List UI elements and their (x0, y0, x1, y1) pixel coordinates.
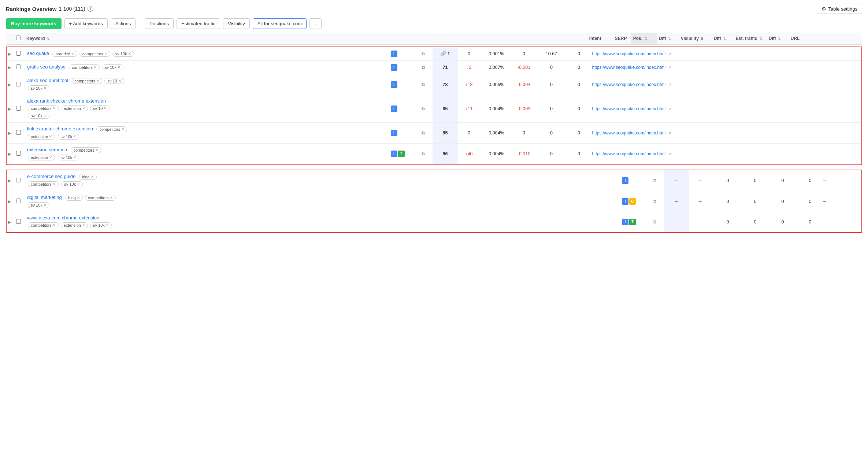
tag[interactable]: sv 10k ✕ (90, 222, 112, 228)
estimated-traffic-filter[interactable]: Estimated traffic (177, 18, 220, 29)
more-options-button[interactable]: ... (309, 18, 322, 29)
tag[interactable]: sv 10k ✕ (112, 51, 134, 57)
tag-remove[interactable]: ✕ (73, 155, 76, 159)
expand-icon[interactable]: ▶ (8, 131, 11, 135)
keyword-link[interactable]: gratis seo analyse (27, 64, 66, 70)
tag-remove[interactable]: ✕ (104, 52, 107, 56)
diff1-col-header[interactable]: Diff ⇅ (657, 33, 679, 45)
tag-remove[interactable]: ✕ (49, 155, 52, 159)
row-checkbox[interactable] (16, 64, 21, 69)
serp-cell[interactable]: ⧉ (414, 60, 433, 74)
select-all-checkbox[interactable] (16, 36, 21, 40)
expand-cell[interactable]: ▶ (7, 191, 15, 212)
tag-remove[interactable]: ✕ (77, 196, 80, 200)
check-cell[interactable] (15, 122, 25, 143)
tag[interactable]: competitors ✕ (96, 126, 127, 132)
tag[interactable]: competitors ✕ (85, 195, 116, 201)
tag-remove[interactable]: ✕ (44, 86, 47, 90)
check-cell[interactable] (15, 47, 25, 61)
tag-remove[interactable]: ✕ (82, 223, 85, 227)
tag-remove[interactable]: ✕ (71, 52, 74, 56)
tag[interactable]: blog ✕ (79, 174, 97, 180)
tag[interactable]: competitors ✕ (69, 64, 100, 70)
visibility-col-header[interactable]: Visibility ⇅ (679, 33, 712, 45)
tag[interactable]: competitors ✕ (71, 147, 101, 153)
keyword-link[interactable]: link extractor chrome extension (27, 126, 93, 132)
url-link[interactable]: https://www.seoquake.com/index.html (592, 65, 666, 70)
tag-remove[interactable]: ✕ (44, 203, 47, 207)
keyword-col-header[interactable]: Keyword ⇅ (24, 33, 587, 45)
tag[interactable]: sv 10k ✕ (58, 155, 79, 160)
check-cell[interactable] (15, 170, 25, 191)
url-link[interactable]: https://www.seoquake.com/index.html (592, 151, 666, 156)
visibility-filter[interactable]: Visibility (223, 18, 250, 29)
tag[interactable]: sv 10 ✕ (90, 105, 110, 111)
keyword-link[interactable]: alexa rank checker chrome extension (27, 98, 106, 104)
tag-remove[interactable]: ✕ (95, 148, 98, 152)
tag[interactable]: competitors ✕ (28, 105, 59, 111)
domain-filter[interactable]: All for seoquake.com (253, 18, 307, 29)
expand-icon[interactable]: ▶ (8, 107, 11, 111)
keyword-link[interactable]: digital marketing (27, 195, 62, 200)
expand-icon[interactable]: ▶ (8, 178, 11, 183)
serp-icon[interactable]: ⧉ (422, 82, 425, 87)
row-checkbox[interactable] (16, 82, 21, 86)
buy-keywords-button[interactable]: Buy more keywords (6, 18, 62, 29)
row-checkbox[interactable] (16, 130, 21, 135)
expand-icon[interactable]: ▶ (8, 152, 11, 156)
tag-remove[interactable]: ✕ (110, 196, 113, 200)
tag-remove[interactable]: ✕ (77, 182, 80, 186)
tag-remove[interactable]: ✕ (96, 79, 99, 83)
url-link[interactable]: https://www.seoquake.com/index.html (592, 51, 666, 56)
keyword-link[interactable]: alexa seo audit tool (27, 78, 68, 83)
positions-filter[interactable]: Positions (145, 18, 174, 29)
actions-button[interactable]: Actions (111, 18, 136, 29)
serp-icon[interactable]: ⧉ (422, 130, 425, 136)
expand-cell[interactable]: ▶ (7, 170, 15, 191)
serp-icon[interactable]: ⧉ (422, 106, 425, 111)
tag-remove[interactable]: ✕ (73, 134, 76, 138)
tag-remove[interactable]: ✕ (49, 134, 52, 138)
external-link-icon[interactable]: ↗ (668, 107, 671, 111)
serp-cell[interactable]: ⧉ (645, 212, 664, 232)
check-cell[interactable] (15, 60, 25, 74)
serp-icon[interactable]: ⧉ (653, 219, 656, 225)
expand-icon[interactable]: ▶ (8, 52, 11, 56)
tag-remove[interactable]: ✕ (118, 65, 120, 69)
check-cell[interactable] (15, 143, 25, 164)
keyword-link[interactable]: e-commerce seo guide (27, 174, 75, 179)
tag-remove[interactable]: ✕ (94, 65, 97, 69)
external-link-icon[interactable]: ↗ (668, 131, 671, 135)
url-link[interactable]: https://www.seoquake.com/index.html (592, 130, 666, 136)
tag[interactable]: competitors ✕ (79, 51, 110, 57)
keyword-link[interactable]: extension semrush (27, 147, 67, 152)
tag-remove[interactable]: ✕ (53, 223, 56, 227)
expand-icon[interactable]: ▶ (8, 65, 11, 70)
url-link[interactable]: https://www.seoquake.com/index.html (592, 106, 666, 111)
expand-cell[interactable]: ▶ (7, 74, 15, 95)
serp-icon[interactable]: ⧉ (422, 51, 425, 56)
tag-remove[interactable]: ✕ (104, 106, 107, 110)
external-link-icon[interactable]: ↗ (668, 65, 671, 70)
check-cell[interactable] (15, 74, 25, 95)
serp-cell[interactable]: ⧉ (414, 122, 433, 143)
check-cell[interactable] (15, 212, 25, 232)
expand-cell[interactable]: ▶ (7, 47, 15, 61)
row-checkbox[interactable] (16, 199, 21, 203)
tag-remove[interactable]: ✕ (128, 52, 131, 56)
tag[interactable]: sv 10k ✕ (28, 85, 49, 91)
tag[interactable]: sv 10k ✕ (102, 64, 123, 70)
external-link-icon[interactable]: ↗ (668, 152, 671, 156)
add-keywords-button[interactable]: + Add keywords (64, 18, 108, 29)
serp-cell[interactable]: ⧉ (414, 95, 433, 122)
tag-remove[interactable]: ✕ (121, 127, 124, 131)
tag-remove[interactable]: ✕ (53, 182, 56, 186)
external-link-icon[interactable]: ↗ (668, 82, 671, 87)
tag[interactable]: competitors ✕ (72, 78, 103, 84)
expand-icon[interactable]: ▶ (8, 199, 11, 204)
tag[interactable]: branded ✕ (52, 51, 77, 57)
tag[interactable]: competitors ✕ (28, 181, 59, 187)
row-checkbox[interactable] (16, 106, 21, 111)
tag[interactable]: sv 10k ✕ (28, 202, 49, 208)
serp-cell[interactable]: ⧉ (645, 170, 664, 191)
